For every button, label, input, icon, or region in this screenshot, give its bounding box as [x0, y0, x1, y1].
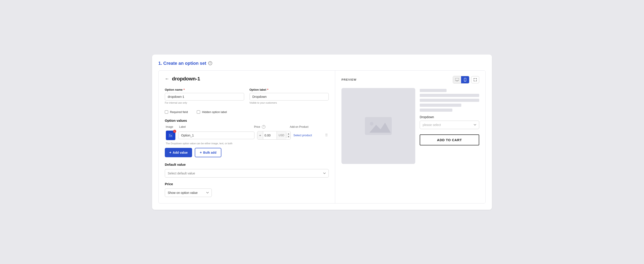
expand-button[interactable] [471, 76, 479, 83]
required-field-checkbox[interactable] [165, 110, 168, 114]
svg-rect-0 [168, 133, 173, 138]
option-label-input[interactable] [250, 93, 329, 100]
option-label-label: Option label * [250, 88, 329, 92]
option-name-hint: For internal use only [165, 101, 244, 104]
price-up-btn[interactable]: ▲ [286, 132, 291, 135]
desktop-icon [455, 78, 459, 81]
option-set-name: dropdown-1 [172, 76, 200, 82]
expand-icon [474, 78, 477, 81]
select-product-link[interactable]: Select product [294, 134, 322, 137]
col-addon-label: Add-on Product [290, 125, 321, 128]
info-bar-4 [420, 109, 452, 112]
mountain-illustration [365, 117, 392, 135]
hidden-option-label-text: Hidden option label [202, 110, 227, 114]
preview-dropdown-select[interactable]: please select [420, 121, 479, 129]
back-arrow[interactable]: ← [165, 76, 169, 81]
hidden-option-label-checkbox-row[interactable]: Hidden option label [197, 110, 227, 114]
add-to-cart-button[interactable]: ADD TO CART [420, 134, 479, 145]
outer-card: 1. Create an option set ? ← dropdown-1 O… [152, 54, 492, 210]
option-name-field: Option name * For internal use only [165, 88, 244, 104]
product-info: Dropdown please select ADD TO CART [420, 88, 479, 164]
svg-point-8 [370, 122, 374, 126]
info-bar-2 [420, 99, 479, 102]
page-help-icon[interactable]: ? [208, 61, 212, 65]
info-bar-3 [420, 104, 461, 107]
add-value-plus-icon: + [169, 151, 171, 155]
preview-content: Dropdown please select ADD TO CART [342, 88, 479, 164]
required-dot: * [183, 88, 184, 92]
product-image-placeholder [342, 88, 415, 164]
col-price-label: Price ? [254, 125, 290, 129]
required-field-checkbox-row[interactable]: Required field [165, 110, 188, 114]
bulk-add-plus-icon: + [200, 151, 202, 155]
price-stepper: ▲ ▼ [286, 132, 291, 138]
default-value-select[interactable]: Select default value [165, 169, 329, 178]
main-layout: ← dropdown-1 Option name * For internal … [158, 70, 486, 204]
price-input[interactable] [263, 132, 276, 139]
col-label-label: Label [179, 125, 254, 128]
preview-controls [453, 76, 479, 83]
price-section-title: Price [165, 182, 329, 186]
mobile-icon [464, 78, 466, 81]
required-field-label: Required field [170, 110, 188, 114]
page-title: 1. Create an option set [158, 61, 206, 66]
back-header: ← dropdown-1 [165, 76, 329, 82]
option-label-hint: Visible to your customers [250, 101, 329, 104]
option-values-title: Option values [165, 119, 329, 122]
image-thumb[interactable]: ! [166, 130, 176, 140]
option-label-value-input[interactable] [178, 132, 254, 139]
preview-header: PREVIEW [342, 76, 479, 83]
info-bar-title [420, 89, 446, 92]
desktop-view-btn[interactable] [453, 76, 461, 83]
img-badge: ! [173, 130, 176, 133]
button-row: + Add value + Bulk add [165, 148, 329, 157]
svg-point-6 [465, 81, 465, 81]
option-name-input[interactable] [165, 93, 244, 100]
option-label-field: Option label * Visible to your customers [250, 88, 329, 104]
default-value-title: Default value [165, 163, 329, 166]
option-row: ! + USD ▲ ▼ Select product ⠿ [165, 130, 329, 140]
right-panel: PREVIEW [335, 71, 486, 203]
name-label-row: Option name * For internal use only Opti… [165, 88, 329, 104]
bulk-add-button[interactable]: + Bulk add [195, 148, 221, 157]
price-group: + USD ▲ ▼ [257, 131, 291, 140]
col-image-label: Image [166, 125, 179, 128]
option-row-hint: The Dropdown option value can be either … [165, 142, 329, 145]
required-dot-2: * [267, 88, 268, 92]
option-name-label: Option name * [165, 88, 244, 92]
preview-title: PREVIEW [342, 78, 356, 81]
currency-label: USD [276, 131, 286, 139]
mobile-view-btn[interactable] [461, 76, 469, 83]
svg-rect-2 [455, 78, 459, 81]
page-title-row: 1. Create an option set ? [158, 61, 486, 66]
svg-point-1 [170, 134, 170, 135]
price-help-icon[interactable]: ? [262, 125, 266, 129]
info-bar-1 [420, 94, 479, 97]
price-display-select[interactable]: Show on option value Show on total Hidde… [165, 189, 212, 197]
price-plus: + [258, 131, 263, 139]
hidden-option-label-checkbox[interactable] [197, 110, 200, 114]
price-down-btn[interactable]: ▼ [286, 135, 291, 138]
dropdown-label-preview: Dropdown [420, 115, 479, 119]
option-values-header: Image Label Price ? Add-on Product [165, 125, 329, 129]
drag-handle[interactable]: ⠿ [325, 133, 328, 137]
view-toggle [453, 76, 469, 83]
left-panel: ← dropdown-1 Option name * For internal … [158, 71, 335, 203]
add-value-button[interactable]: + Add value [165, 148, 192, 157]
